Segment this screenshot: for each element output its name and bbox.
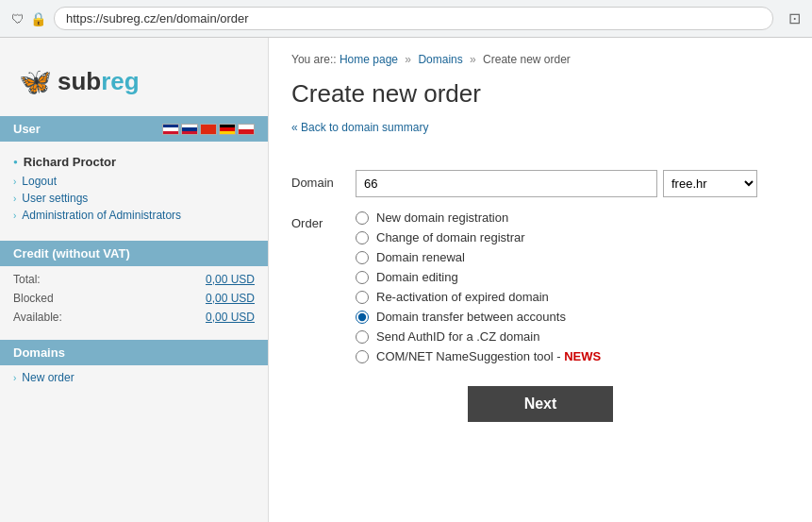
breadcrumb-current: Create new order bbox=[483, 53, 571, 66]
order-row: Order New domain registration Change of … bbox=[291, 210, 789, 363]
order-option-authid[interactable]: Send AuthID for a .CZ domain bbox=[356, 329, 601, 344]
credit-available-label: Available: bbox=[13, 311, 62, 324]
tld-select[interactable]: free.hr .com .net .org .cz bbox=[663, 170, 757, 197]
domain-row: Domain free.hr .com .net .org .cz bbox=[291, 170, 789, 197]
order-option-namesuggestion[interactable]: COM/NET NameSuggestion tool - NEWS bbox=[356, 349, 601, 363]
back-link[interactable]: « Back to domain summary bbox=[291, 121, 428, 134]
logout-arrow-icon: › bbox=[13, 177, 16, 187]
order-option-label: Change of domain registrar bbox=[376, 230, 525, 244]
order-option-label: Domain editing bbox=[376, 270, 458, 284]
credit-section-header: Credit (without VAT) bbox=[0, 241, 268, 266]
button-area: Next bbox=[291, 386, 789, 422]
order-radio-new-registration[interactable] bbox=[356, 211, 369, 225]
flags-container bbox=[162, 124, 255, 135]
page-wrap: 🦋 subreg User ● Richard Proctor › Log bbox=[0, 38, 812, 522]
order-radio-authid[interactable] bbox=[356, 330, 369, 344]
breadcrumb-prefix: You are:: bbox=[291, 53, 337, 66]
credit-blocked-value: 0,00 USD bbox=[206, 292, 255, 305]
breadcrumb-sep2: » bbox=[470, 53, 476, 66]
username-text: Richard Proctor bbox=[24, 155, 116, 169]
order-option-label: Re-activation of expired domain bbox=[376, 290, 549, 304]
credit-blocked-row: Blocked 0,00 USD bbox=[0, 289, 268, 308]
credit-available-row: Available: 0,00 USD bbox=[0, 308, 268, 327]
breadcrumb-sep1: » bbox=[405, 53, 411, 66]
credit-total-row: Total: 0,00 USD bbox=[0, 270, 268, 289]
order-option-new-registration[interactable]: New domain registration bbox=[356, 210, 601, 225]
order-label: Order bbox=[291, 210, 356, 230]
admin-arrow-icon: › bbox=[13, 210, 16, 221]
order-radio-editing[interactable] bbox=[356, 271, 369, 284]
flag-ru[interactable] bbox=[181, 124, 198, 135]
user-section-header: User bbox=[0, 116, 268, 142]
order-form: Domain free.hr .com .net .org .cz Order bbox=[291, 170, 789, 363]
credit-total-value: 0,00 USD bbox=[206, 273, 255, 286]
sidebar-item-new-order[interactable]: › New order bbox=[0, 369, 268, 386]
logo-text: subreg bbox=[58, 67, 140, 96]
sidebar-item-user-settings[interactable]: › User settings bbox=[13, 190, 255, 207]
order-radio-namesuggestion[interactable] bbox=[356, 350, 369, 363]
breadcrumb-home[interactable]: Home page bbox=[340, 53, 398, 66]
order-option-label: COM/NET NameSuggestion tool - NEWS bbox=[376, 349, 601, 363]
sidebar-item-logout[interactable]: › Logout bbox=[13, 173, 255, 190]
flag-cz[interactable] bbox=[238, 124, 255, 135]
logo-area: 🦋 subreg bbox=[0, 57, 268, 116]
browser-security-icons: 🛡 🔒 bbox=[11, 11, 46, 26]
shield-icon: 🛡 bbox=[11, 11, 25, 26]
next-button[interactable]: Next bbox=[468, 386, 614, 422]
credit-section: Credit (without VAT) Total: 0,00 USD Blo… bbox=[0, 241, 268, 327]
domains-section-header: Domains bbox=[0, 340, 268, 365]
order-option-label: Domain transfer between accounts bbox=[376, 310, 566, 324]
sidebar-username: ● Richard Proctor bbox=[13, 151, 255, 173]
flag-uk[interactable] bbox=[162, 124, 179, 135]
credit-blocked-label: Blocked bbox=[13, 292, 54, 305]
order-radio-transfer[interactable] bbox=[356, 311, 369, 324]
browser-menu-icon[interactable]: ⊡ bbox=[788, 9, 801, 27]
logo-butterfly-icon: 🦋 bbox=[19, 66, 52, 97]
order-option-editing[interactable]: Domain editing bbox=[356, 270, 601, 284]
flag-de[interactable] bbox=[219, 124, 236, 135]
credit-section-label: Credit (without VAT) bbox=[13, 246, 130, 261]
sidebar: 🦋 subreg User ● Richard Proctor › Log bbox=[0, 38, 269, 522]
credit-total-label: Total: bbox=[13, 273, 41, 286]
order-option-renewal[interactable]: Domain renewal bbox=[356, 250, 601, 264]
sidebar-item-admin[interactable]: › Administration of Administrators bbox=[13, 207, 255, 224]
order-option-label: Send AuthID for a .CZ domain bbox=[376, 329, 539, 344]
new-order-arrow-icon: › bbox=[13, 373, 16, 383]
user-section-label: User bbox=[13, 122, 41, 136]
new-order-label: New order bbox=[22, 371, 74, 384]
domains-section-label: Domains bbox=[13, 345, 65, 360]
domain-input-group: free.hr .com .net .org .cz bbox=[356, 170, 757, 197]
flag-cn[interactable] bbox=[200, 124, 217, 135]
domain-input[interactable] bbox=[356, 170, 657, 197]
order-options-list: New domain registration Change of domain… bbox=[356, 210, 601, 363]
domain-label: Domain bbox=[291, 170, 356, 190]
page-title: Create new order bbox=[291, 79, 789, 109]
breadcrumb: You are:: Home page » Domains » Create n… bbox=[291, 53, 789, 66]
main-content: You are:: Home page » Domains » Create n… bbox=[269, 38, 812, 522]
news-badge: NEWS bbox=[564, 349, 601, 363]
domains-section: Domains › New order bbox=[0, 340, 268, 386]
settings-arrow-icon: › bbox=[13, 194, 16, 204]
order-radio-renewal[interactable] bbox=[356, 251, 369, 264]
order-option-transfer[interactable]: Domain transfer between accounts bbox=[356, 310, 601, 324]
order-radio-reactivation[interactable] bbox=[356, 291, 369, 304]
sidebar-user-area: ● Richard Proctor › Logout › User settin… bbox=[0, 143, 268, 231]
credit-available-value: 0,00 USD bbox=[206, 311, 255, 324]
order-option-change-registrar[interactable]: Change of domain registrar bbox=[356, 230, 601, 244]
username-bullet: ● bbox=[13, 158, 18, 166]
order-option-reactivation[interactable]: Re-activation of expired domain bbox=[356, 290, 601, 304]
order-option-label: New domain registration bbox=[376, 210, 508, 225]
breadcrumb-domains[interactable]: Domains bbox=[418, 53, 462, 66]
browser-bar: 🛡 🔒 https://subreg.cz/en/domain/order ⊡ bbox=[0, 0, 812, 38]
admin-label: Administration of Administrators bbox=[22, 209, 181, 222]
order-radio-change-registrar[interactable] bbox=[356, 231, 369, 244]
address-bar[interactable]: https://subreg.cz/en/domain/order bbox=[54, 7, 773, 30]
logout-label: Logout bbox=[22, 175, 57, 188]
lock-icon: 🔒 bbox=[30, 11, 46, 26]
user-settings-label: User settings bbox=[22, 192, 88, 205]
order-option-label: Domain renewal bbox=[376, 250, 465, 264]
url-text: https://subreg.cz/en/domain/order bbox=[66, 11, 249, 25]
